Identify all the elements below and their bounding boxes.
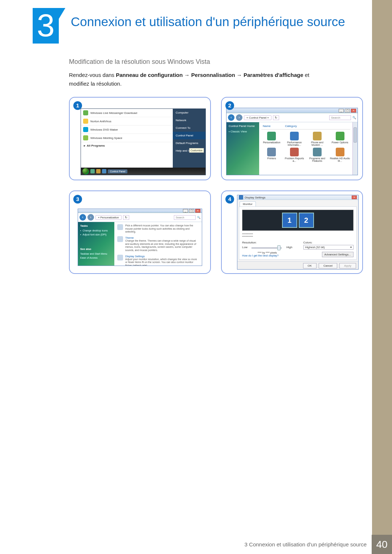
quick-launch-icon[interactable] <box>102 169 106 173</box>
cp-classic-link[interactable]: • Classic View <box>229 129 257 134</box>
cp-item-label: Printers <box>261 157 282 160</box>
taskbar: Control Panel <box>81 168 205 175</box>
checkbox-row[interactable]: *********** <box>242 233 354 235</box>
scrollbar[interactable] <box>352 122 358 175</box>
advanced-button[interactable]: Advanced Settings... <box>322 252 354 257</box>
cp-home-link[interactable]: Control Panel Home <box>229 124 257 128</box>
dialog-title: Display Settings <box>245 196 265 199</box>
quick-launch-icon[interactable] <box>90 169 95 173</box>
close-button[interactable]: × <box>351 109 356 112</box>
item-desc: Adjust your monitor resolution, which ch… <box>125 258 199 266</box>
step-1: 1 Windows Live Messenger Download Norton… <box>69 97 211 180</box>
right-item[interactable]: Computer <box>173 109 205 116</box>
item-desc: Change the theme. Themes can change a wi… <box>125 239 199 252</box>
steps-grid: 1 Windows Live Messenger Download Norton… <box>69 97 363 274</box>
close-button[interactable]: × <box>195 209 200 213</box>
start-item[interactable]: Windows Meeting Space <box>81 134 173 142</box>
monitor-2[interactable]: 2 <box>299 213 314 228</box>
maximize-button[interactable]: ▢ <box>345 109 350 112</box>
cp-item[interactable]: Programs and Features <box>307 148 328 162</box>
display-settings-dialog: Display Settings × Monitor 1 2 *********… <box>237 195 359 270</box>
see-also-link[interactable]: Ease of Access <box>80 256 112 260</box>
taskbar-item[interactable]: Control Panel <box>108 169 127 173</box>
right-item-control-panel[interactable]: Control Panel <box>173 132 205 139</box>
refresh-button[interactable]: ↻ <box>123 215 129 220</box>
right-item[interactable]: Connect To <box>173 124 205 132</box>
personalization-item[interactable]: Display SettingsAdjust your monitor reso… <box>117 255 199 266</box>
start-item[interactable]: Windows DVD Maker <box>81 126 173 134</box>
col-category[interactable]: Category <box>285 124 297 128</box>
back-button[interactable]: ‹ <box>228 114 234 121</box>
cp-item-label: Phone and Modem ... <box>307 141 328 146</box>
task-link[interactable]: ▪Change desktop icons <box>80 229 112 233</box>
chapter-title: Connexion et utilisation d'un périphériq… <box>71 11 370 29</box>
start-item[interactable]: Norton AntiVirus <box>81 117 173 126</box>
resolution-slider[interactable]: Low High <box>242 245 293 251</box>
colors-select[interactable]: Highest (32 bit)▾ <box>303 245 354 250</box>
chapter-number: 3 <box>33 8 59 42</box>
cp-item[interactable]: Power Options <box>330 132 350 146</box>
right-item[interactable]: Network <box>173 116 205 124</box>
personalization-item[interactable]: ThemeChange the theme. Themes can change… <box>117 236 199 252</box>
cp-item[interactable]: Phone and Modem ... <box>307 132 328 146</box>
start-menu-left: Windows Live Messenger Download Norton A… <box>81 109 173 175</box>
minimize-button[interactable]: _ <box>183 209 188 213</box>
start-item-label: Norton AntiVirus <box>90 120 111 123</box>
breadcrumb[interactable]: « Control Panel » <box>244 115 271 120</box>
quick-launch-icon[interactable] <box>96 169 101 173</box>
close-button[interactable]: × <box>352 196 357 199</box>
cp-item-label: Personalization <box>261 141 282 144</box>
cp-item-label: Realtek HD Audio M... <box>330 157 350 162</box>
page-footer: 3 Connexion et utilisation d'un périphér… <box>0 535 392 554</box>
monitor-tab[interactable]: Monitor <box>240 201 256 206</box>
window-titlebar: _ ▢ × <box>226 108 358 113</box>
path-personalization: Personnalisation <box>191 72 235 78</box>
forward-button[interactable]: › <box>87 214 94 221</box>
slider-thumb[interactable] <box>277 245 281 250</box>
dvd-icon <box>83 127 88 132</box>
resolution-label: Resolution: <box>242 241 293 244</box>
cp-item[interactable]: Realtek HD Audio M... <box>330 148 350 162</box>
right-item[interactable]: Default Programs <box>173 139 205 147</box>
cancel-button[interactable]: Cancel <box>319 263 337 268</box>
search-field[interactable]: Search <box>174 215 196 220</box>
display-icon <box>239 195 243 200</box>
intro-prefix: Rendez-vous dans <box>69 72 116 78</box>
cp-item[interactable]: Printers <box>261 148 282 162</box>
cp-item-label: Performance Informatio... <box>284 141 305 146</box>
cp-item[interactable]: Problem Reports a... <box>284 148 305 162</box>
start-menu-right: Computer Network Connect To Control Pane… <box>173 109 205 175</box>
col-name[interactable]: Name <box>263 124 270 128</box>
refresh-button[interactable]: ↻ <box>273 115 279 120</box>
norton-icon <box>83 119 88 124</box>
meeting-icon <box>83 135 88 140</box>
colors-value: Highest (32 bit) <box>305 246 325 249</box>
all-programs[interactable]: ▸All Programs <box>81 142 173 149</box>
breadcrumb[interactable]: « Personalization <box>95 215 122 220</box>
cp-item[interactable]: Personalization <box>261 132 282 146</box>
see-also-link[interactable]: Taskbar and Start Menu <box>80 252 112 256</box>
desktop-icon: ▪ <box>80 229 81 232</box>
start-orb-icon[interactable] <box>82 168 89 175</box>
item-title: Display Settings <box>125 255 199 258</box>
personalization-item[interactable]: Pick a different mouse pointer. You can … <box>117 224 199 233</box>
cp-item-icon <box>336 132 344 140</box>
start-item[interactable]: Windows Live Messenger Download <box>81 109 173 117</box>
item-icon <box>117 224 123 230</box>
checkbox-row[interactable]: *********** <box>242 235 354 238</box>
ok-button[interactable]: OK <box>303 263 317 268</box>
forward-button[interactable]: › <box>236 114 242 121</box>
minimize-button[interactable]: _ <box>339 109 344 112</box>
cp-item-icon <box>290 148 299 156</box>
monitor-1[interactable]: 1 <box>282 213 297 228</box>
help-link[interactable]: How do I get the best display? <box>242 254 293 257</box>
cp-item[interactable]: Performance Informatio... <box>284 132 305 146</box>
apply-button[interactable]: Apply <box>339 263 356 268</box>
back-button[interactable]: ‹ <box>79 214 86 221</box>
tasks-heading: Tasks <box>80 224 112 227</box>
task-link[interactable]: ▪Adjust font size (DPI) <box>80 233 112 237</box>
search-field[interactable]: Search <box>329 115 351 120</box>
tasks-pane: Tasks ▪Change desktop icons ▪Adjust font… <box>78 222 114 266</box>
chapter-header: 3 Connexion et utilisation d'un périphér… <box>0 0 392 36</box>
maximize-button[interactable]: ▢ <box>189 209 194 213</box>
